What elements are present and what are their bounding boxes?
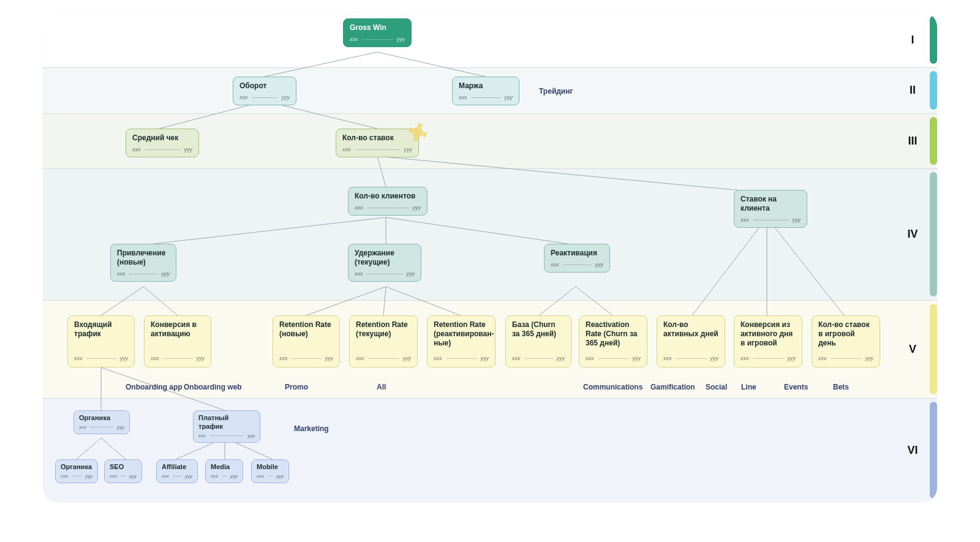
node-placeholder: xxxyyy xyxy=(132,146,192,153)
node-rr-current: Retention Rate (текущие) xxxyyy xyxy=(349,315,418,367)
node-title: Retention Rate (новые) xyxy=(279,320,333,339)
node-title: SEO xyxy=(110,463,137,472)
node-react-rate: Reactivation Rate (Churn за 365 дней) xx… xyxy=(579,315,647,367)
node-placeholder: xxxyyy xyxy=(551,262,603,268)
node-placeholder: xxxyyy xyxy=(162,473,192,480)
node-title: Конверсия из активного дня в игровой xyxy=(741,320,796,348)
label-events: Events xyxy=(784,383,808,391)
level-gutter: I II III IV V VI xyxy=(888,12,937,502)
level-label-6: VI xyxy=(888,398,937,502)
node-placeholder: xxxyyy xyxy=(586,355,641,362)
node-mobile: Mobile xxxyyy xyxy=(251,459,289,483)
node-acquisition: Привлечение (новые) xxxyyy xyxy=(110,244,176,282)
label-gamification: Gamification xyxy=(650,383,695,391)
node-title: Affiliate xyxy=(162,463,192,472)
node-paid-traffic: Платный трафик xxxyyy xyxy=(193,410,260,443)
node-avg-check: Средний чек xxxyyy xyxy=(126,129,199,157)
band-1 xyxy=(43,12,937,67)
divider xyxy=(43,168,937,169)
node-title: Reactivation Rate (Churn за 365 дней) xyxy=(586,320,641,348)
node-placeholder: xxxyyy xyxy=(79,424,124,431)
node-turnover: Оборот xxxyyy xyxy=(233,77,296,105)
node-placeholder: xxxyyy xyxy=(818,355,873,362)
node-margin: Маржа xxxyyy xyxy=(452,77,519,105)
node-title: Gross Win xyxy=(350,23,405,32)
label-trading: Трейдинг xyxy=(539,87,573,96)
node-title: Retention Rate (реактивирован-ные) xyxy=(434,320,489,348)
node-reactivation: Реактивация xxxyyy xyxy=(544,244,610,273)
node-bet-count: Кол-во ставок xxxyyy xyxy=(336,129,419,157)
label-onboarding-web: Onboarding web xyxy=(184,383,242,391)
node-title: Media xyxy=(211,463,238,472)
node-title: Удержание (текущие) xyxy=(355,249,415,267)
node-title: База (Churn за 365 дней) xyxy=(512,320,565,339)
node-title: Оборот xyxy=(239,81,290,91)
node-placeholder: xxxyyy xyxy=(355,205,421,211)
node-placeholder: xxxyyy xyxy=(151,355,205,362)
divider xyxy=(43,67,937,68)
label-communications: Communications xyxy=(583,383,643,391)
node-placeholder: xxxyyy xyxy=(117,271,170,277)
node-placeholder: xxxyyy xyxy=(459,94,513,101)
node-title: Маржа xyxy=(459,81,513,91)
node-placeholder: xxxyyy xyxy=(61,473,92,480)
node-placeholder: xxxyyy xyxy=(663,355,718,362)
node-conv-gameday: Конверсия из активного дня в игровой xxx… xyxy=(734,315,802,367)
node-organic: Органика xxxyyy xyxy=(74,410,130,434)
label-social: Social xyxy=(706,383,727,391)
node-retention: Удержание (текущие) xxxyyy xyxy=(348,244,421,282)
node-title: Привлечение (новые) xyxy=(117,249,170,267)
node-title: Кол-во ставок xyxy=(342,134,412,143)
node-placeholder: xxxyyy xyxy=(355,271,415,277)
node-rr-react: Retention Rate (реактивирован-ные) xxxyy… xyxy=(427,315,496,367)
level-label-5: V xyxy=(888,300,937,398)
node-title: Кол-во ставок в игровой день xyxy=(818,320,873,348)
node-title: Кол-во активных дней xyxy=(663,320,718,339)
divider xyxy=(43,398,937,399)
node-title: Органика xyxy=(79,414,124,423)
level-label-4: IV xyxy=(888,168,937,300)
divider xyxy=(43,300,937,301)
band-6 xyxy=(43,398,937,502)
node-conv-activation: Конверсия в активацию xxxyyy xyxy=(144,315,211,367)
node-placeholder: xxxyyy xyxy=(74,355,128,362)
level-label-2: II xyxy=(888,67,937,113)
node-organic-leaf: Органика xxxyyy xyxy=(55,459,98,483)
node-title: Средний чек xyxy=(132,134,192,143)
band-4 xyxy=(43,168,937,300)
node-gross-win: Gross Win xxxyyy xyxy=(343,18,412,47)
node-rr-new: Retention Rate (новые) xxxyyy xyxy=(273,315,340,367)
node-placeholder: xxxyyy xyxy=(239,94,290,101)
node-title: Реактивация xyxy=(551,249,603,258)
label-line: Line xyxy=(741,383,756,391)
node-placeholder: xxxyyy xyxy=(434,355,489,362)
node-placeholder: xxxyyy xyxy=(211,473,238,480)
divider xyxy=(43,113,937,114)
node-title: Retention Rate (текущие) xyxy=(356,320,411,339)
node-placeholder: xxxyyy xyxy=(110,473,137,480)
node-bets-gameday: Кол-во ставок в игровой день xxxyyy xyxy=(812,315,880,367)
node-placeholder: xxxyyy xyxy=(342,146,412,153)
node-placeholder: xxxyyy xyxy=(198,433,255,439)
node-placeholder: xxxyyy xyxy=(350,36,405,43)
star-icon xyxy=(409,123,427,141)
node-placeholder: xxxyyy xyxy=(356,355,411,362)
node-title: Органика xyxy=(61,463,92,472)
node-placeholder: xxxyyy xyxy=(257,473,284,480)
node-title: Платный трафик xyxy=(198,414,255,431)
node-clients: Кол-во клиентов xxxyyy xyxy=(348,187,428,216)
node-title: Конверсия в активацию xyxy=(151,320,205,339)
node-bets-per-client: Ставок на клиента xxxyyy xyxy=(734,190,807,228)
node-title: Mobile xyxy=(257,463,284,472)
node-seo: SEO xxxyyy xyxy=(104,459,142,483)
node-title: Кол-во клиентов xyxy=(355,192,421,201)
node-title: Входящий трафик xyxy=(74,320,128,339)
node-affiliate: Affiliate xxxyyy xyxy=(156,459,198,483)
label-marketing: Marketing xyxy=(294,424,329,433)
label-onboarding-app: Onboarding app xyxy=(126,383,183,391)
node-base: База (Churn за 365 дней) xxxyyy xyxy=(505,315,571,367)
node-placeholder: xxxyyy xyxy=(512,355,565,362)
label-bets: Bets xyxy=(833,383,849,391)
node-title: Ставок на клиента xyxy=(741,195,801,213)
label-all: All xyxy=(377,383,386,391)
